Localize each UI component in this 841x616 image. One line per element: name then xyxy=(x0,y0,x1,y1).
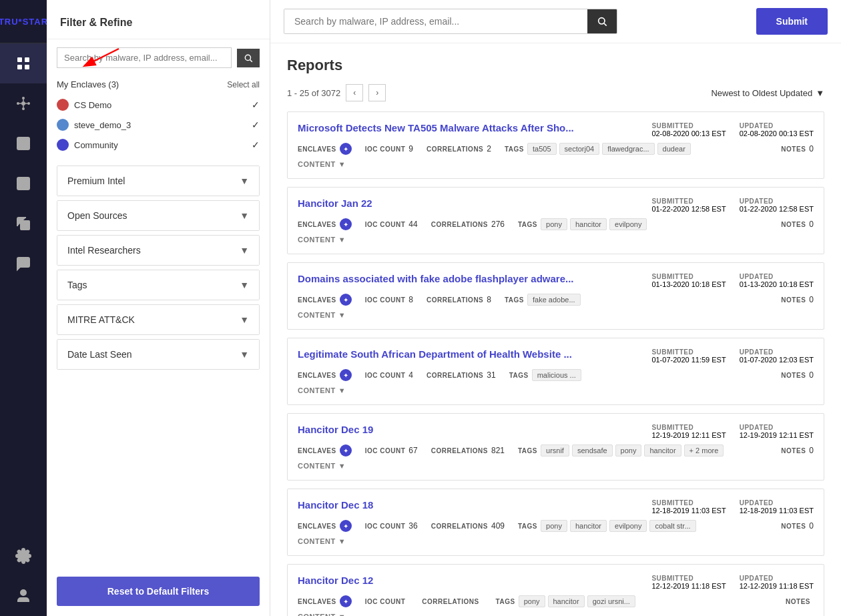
report-meta: ENCLAVES ✦ IOC COUNT CORRELATIONS TAGS p… xyxy=(298,595,814,607)
content-toggle[interactable]: CONTENT ▼ xyxy=(298,386,814,394)
sidebar-item-user[interactable] xyxy=(0,576,47,616)
filter-section-intel-researchers[interactable]: Intel Researchers ▼ xyxy=(57,235,260,266)
notes-value: 0 xyxy=(809,521,814,531)
report-tag[interactable]: pony xyxy=(615,444,642,456)
tags-container: ponyhancitorevilpony xyxy=(541,218,647,230)
report-title[interactable]: Hancitor Dec 12 xyxy=(298,575,373,586)
content-toggle[interactable]: CONTENT ▼ xyxy=(298,537,814,545)
svg-point-16 xyxy=(21,180,25,184)
report-tag[interactable]: cobalt str... xyxy=(649,520,695,532)
filter-section-mitre-att&ck[interactable]: MITRE ATT&CK ▼ xyxy=(57,304,260,335)
pagination-prev[interactable]: ‹ xyxy=(346,84,363,101)
submitted-value: 12-12-2019 11:18 EST xyxy=(651,582,726,590)
report-tag[interactable]: + 2 more xyxy=(684,444,724,456)
filter-section-label: Date Last Seen xyxy=(67,349,132,360)
sidebar-item-copy[interactable] xyxy=(0,204,47,244)
notes-label: NOTES xyxy=(781,447,806,454)
filter-section-header[interactable]: Open Sources ▼ xyxy=(57,201,259,230)
ioc-group: IOC COUNT 8 xyxy=(365,295,413,304)
enclave-star-icon: ✦ xyxy=(340,294,352,306)
filter-section-header[interactable]: Tags ▼ xyxy=(57,270,259,300)
pagination-next[interactable]: › xyxy=(368,84,386,101)
submitted-date: SUBMITTED 01-13-2020 10:18 EST xyxy=(651,273,726,288)
report-tag[interactable]: ursnif xyxy=(541,444,569,456)
report-tag[interactable]: fake adobe... xyxy=(527,294,581,306)
filter-section-premium-intel[interactable]: Premium Intel ▼ xyxy=(57,166,260,196)
sort-dropdown[interactable]: Newest to Oldest Updated ▼ xyxy=(711,88,824,98)
sidebar-item-chat[interactable] xyxy=(0,244,47,284)
filter-section-date-last-seen[interactable]: Date Last Seen ▼ xyxy=(57,339,260,370)
sidebar-item-settings[interactable] xyxy=(0,536,47,576)
report-tag[interactable]: pony xyxy=(519,595,545,607)
enclaves-label: ENCLAVES xyxy=(298,296,336,304)
report-title[interactable]: Legitimate South African Department of H… xyxy=(298,348,572,360)
report-card: Hancitor Jan 22 SUBMITTED 01-22-2020 12:… xyxy=(287,187,824,254)
enclaves-group: ENCLAVES ✦ xyxy=(298,218,352,230)
updated-value: 12-12-2019 11:18 EST xyxy=(740,582,814,590)
filter-section-label: Open Sources xyxy=(67,210,127,221)
global-search-input[interactable] xyxy=(284,9,587,33)
notes-label: NOTES xyxy=(781,372,806,379)
sidebar-item-contact[interactable] xyxy=(0,164,47,204)
report-tag[interactable]: dudear xyxy=(657,143,691,155)
submit-button[interactable]: Submit xyxy=(756,8,828,35)
report-title[interactable]: Hancitor Dec 19 xyxy=(298,424,373,435)
enclave-item-steve-demo[interactable]: steve_demo_3 ✓ xyxy=(57,115,260,135)
sidebar-item-reports[interactable] xyxy=(0,43,47,83)
enclave-search-button[interactable] xyxy=(237,49,260,67)
filter-section-chevron-icon: ▼ xyxy=(240,210,249,221)
report-tag[interactable]: evilpony xyxy=(609,520,647,532)
filter-section-label: Premium Intel xyxy=(67,176,125,186)
content-toggle[interactable]: CONTENT ▼ xyxy=(298,613,814,616)
report-tag[interactable]: hancitor xyxy=(548,595,585,607)
global-search-button[interactable] xyxy=(587,9,617,33)
svg-point-8 xyxy=(17,102,19,105)
report-tag[interactable]: evilpony xyxy=(609,218,647,230)
content-toggle[interactable]: CONTENT ▼ xyxy=(298,311,814,319)
report-tag[interactable]: pony xyxy=(541,218,567,230)
enclave-item-community[interactable]: Community ✓ xyxy=(57,135,260,155)
report-title[interactable]: Hancitor Jan 22 xyxy=(298,198,372,209)
updated-label: UPDATED xyxy=(740,499,814,507)
ioc-value: 4 xyxy=(408,370,413,380)
report-title[interactable]: Domains associated with fake adobe flash… xyxy=(298,273,573,284)
svg-point-19 xyxy=(21,590,26,595)
report-tag[interactable]: hancitor xyxy=(570,218,607,230)
filter-section-header[interactable]: MITRE ATT&CK ▼ xyxy=(57,305,259,334)
report-title[interactable]: Hancitor Dec 18 xyxy=(298,499,373,511)
filter-section-header[interactable]: Date Last Seen ▼ xyxy=(57,340,259,369)
updated-label: UPDATED xyxy=(740,575,814,582)
report-tag[interactable]: ta505 xyxy=(527,143,557,155)
filter-section-label: MITRE ATT&CK xyxy=(67,314,135,325)
ioc-group: IOC COUNT 36 xyxy=(365,521,418,531)
correlations-label: CORRELATIONS xyxy=(431,523,488,530)
sidebar-item-network[interactable] xyxy=(0,83,47,123)
filter-section-chevron-icon: ▼ xyxy=(240,245,249,256)
report-title[interactable]: Microsoft Detects New TA505 Malware Atta… xyxy=(298,122,574,133)
enclave-search-input[interactable] xyxy=(57,47,232,68)
report-tag[interactable]: gozi ursni... xyxy=(587,595,635,607)
filter-section-header[interactable]: Intel Researchers ▼ xyxy=(57,236,259,265)
notes-group: NOTES 0 xyxy=(781,144,814,153)
content-toggle[interactable]: CONTENT ▼ xyxy=(298,462,814,470)
report-tag[interactable]: pony xyxy=(541,520,567,532)
filter-section-tags[interactable]: Tags ▼ xyxy=(57,270,260,300)
content-toggle[interactable]: CONTENT ▼ xyxy=(298,236,814,244)
report-tag[interactable]: hancitor xyxy=(570,520,607,532)
select-all-link[interactable]: Select all xyxy=(227,80,260,89)
sidebar-item-inbox[interactable] xyxy=(0,123,47,164)
report-tag[interactable]: malicious ... xyxy=(532,369,581,381)
report-tag[interactable]: sendsafe xyxy=(572,444,613,456)
svg-point-5 xyxy=(22,97,25,99)
content-chevron-icon: ▼ xyxy=(338,236,346,244)
report-tag[interactable]: hancitor xyxy=(644,444,681,456)
enclave-item-cs-demo[interactable]: CS Demo ✓ xyxy=(57,95,260,115)
correlations-label: CORRELATIONS xyxy=(427,145,483,153)
filter-section-header[interactable]: Premium Intel ▼ xyxy=(57,166,259,196)
report-card: Hancitor Dec 19 SUBMITTED 12-19-2019 12:… xyxy=(287,413,824,481)
content-toggle[interactable]: CONTENT ▼ xyxy=(298,160,814,168)
filter-section-open-sources[interactable]: Open Sources ▼ xyxy=(57,200,260,231)
reset-filters-button[interactable]: Reset to Default Filters xyxy=(57,577,260,606)
report-tag[interactable]: flawedgrac... xyxy=(602,143,654,155)
report-tag[interactable]: sectorj04 xyxy=(559,143,600,155)
